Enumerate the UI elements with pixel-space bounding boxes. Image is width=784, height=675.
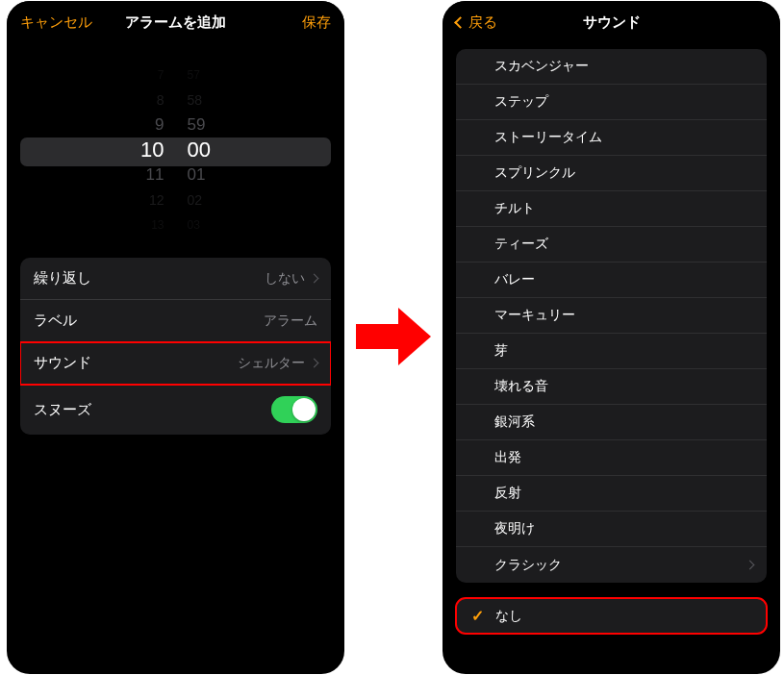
sound-option[interactable]: スカベンジャー [456, 49, 767, 85]
sound-value: シェルター [238, 355, 317, 372]
snooze-toggle[interactable] [271, 396, 317, 423]
arrow-icon [356, 308, 433, 365]
picker-item: 01 [188, 162, 236, 188]
alarm-settings-list: 繰り返し しない ラベル アラーム サウンド シェルター スヌーズ [20, 258, 331, 435]
chevron-left-icon [454, 16, 467, 29]
picker-item: 59 [188, 112, 236, 138]
checkmark-icon: ✓ [471, 607, 484, 625]
sound-option[interactable]: 芽 [456, 334, 767, 369]
chevron-right-icon [310, 359, 319, 368]
picker-item: 58 [188, 88, 236, 112]
sound-none-section: ✓ なし [456, 598, 767, 634]
picker-item: 13 [116, 212, 164, 238]
sound-option[interactable]: スプリンクル [456, 156, 767, 191]
sound-option-none[interactable]: ✓ なし [456, 598, 767, 634]
label-label: ラベル [34, 312, 77, 330]
picker-item: 11 [116, 162, 164, 188]
repeat-row[interactable]: 繰り返し しない [20, 258, 331, 300]
picker-item-selected: 10 [116, 138, 164, 162]
sound-option[interactable]: ストーリータイム [456, 120, 767, 156]
hour-column[interactable]: 7 8 9 10 11 12 13 [116, 62, 164, 240]
save-button[interactable]: 保存 [264, 13, 331, 32]
picker-item: 8 [116, 88, 164, 112]
navbar: キャンセル アラームを追加 保存 [7, 1, 344, 43]
sound-list: スカベンジャー ステップ ストーリータイム スプリンクル チルト ティーズ バレ… [456, 49, 767, 583]
sound-option[interactable]: 反射 [456, 476, 767, 512]
picker-item: 7 [116, 62, 164, 88]
chevron-right-icon [746, 561, 755, 570]
time-picker[interactable]: 7 8 9 10 11 12 13 57 58 59 00 01 02 03 [7, 62, 344, 240]
picker-item: 12 [116, 188, 164, 212]
sound-option[interactable]: 出発 [456, 440, 767, 476]
sound-option[interactable]: ティーズ [456, 227, 767, 262]
sound-option[interactable]: 壊れる音 [456, 369, 767, 405]
toggle-knob [292, 398, 316, 421]
sound-option[interactable]: 夜明け [456, 512, 767, 547]
navbar: 戻る サウンド [443, 1, 780, 43]
label-value: アラーム [264, 312, 317, 330]
snooze-row: スヌーズ [20, 385, 331, 435]
sound-option[interactable]: マーキュリー [456, 298, 767, 334]
sound-option[interactable]: 銀河系 [456, 405, 767, 440]
minute-column[interactable]: 57 58 59 00 01 02 03 [188, 62, 236, 240]
repeat-value: しない [265, 270, 317, 288]
sound-option-classic[interactable]: クラシック [456, 547, 767, 583]
back-button[interactable]: 戻る [456, 13, 523, 32]
picker-item: 57 [188, 62, 236, 88]
add-alarm-screen: キャンセル アラームを追加 保存 7 8 9 10 11 12 13 57 58… [7, 1, 344, 674]
cancel-button[interactable]: キャンセル [20, 13, 92, 32]
sound-select-screen: 戻る サウンド スカベンジャー ステップ ストーリータイム スプリンクル チルト… [443, 1, 780, 674]
sound-row[interactable]: サウンド シェルター [20, 342, 331, 385]
sound-option[interactable]: チルト [456, 191, 767, 227]
picker-item: 02 [188, 188, 236, 212]
sound-label: サウンド [34, 354, 91, 372]
picker-item-selected: 00 [188, 138, 236, 162]
sound-list-scroll[interactable]: スカベンジャー ステップ ストーリータイム スプリンクル チルト ティーズ バレ… [443, 49, 780, 672]
sound-option[interactable]: バレー [456, 262, 767, 298]
picker-item: 9 [116, 112, 164, 138]
sound-option[interactable]: ステップ [456, 85, 767, 120]
chevron-right-icon [310, 274, 319, 284]
picker-item: 03 [188, 212, 236, 238]
snooze-label: スヌーズ [34, 401, 91, 419]
repeat-label: 繰り返し [34, 269, 91, 288]
label-row[interactable]: ラベル アラーム [20, 300, 331, 342]
